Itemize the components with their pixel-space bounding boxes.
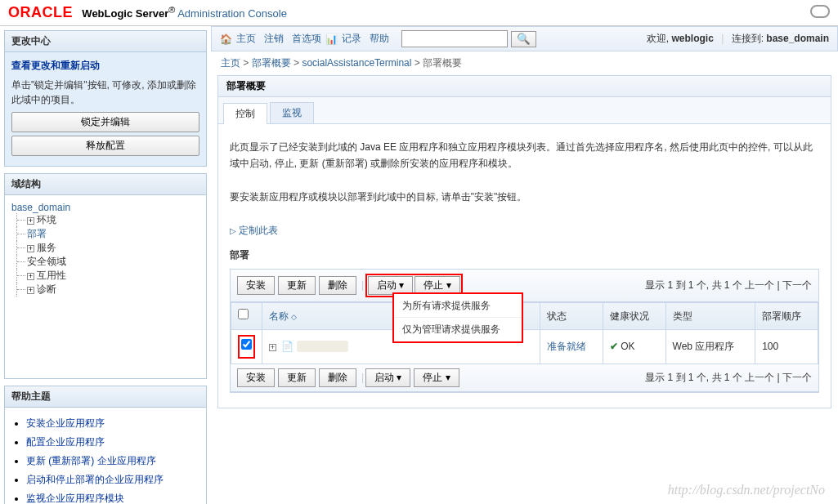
table-controls-top: 安装 更新 删除 | 启动 ▾ 停止 ▾ 为所有请求提供服务 仅为管理请求提供服… <box>231 270 818 302</box>
chevron-down-icon: ▾ <box>446 372 450 383</box>
pager-top: 显示 1 到 1 个, 共 1 个 上一个 | 下一个 <box>645 277 812 293</box>
change-center-portlet: 更改中心 查看更改和重新启动 单击"锁定并编辑"按钮, 可修改, 添加或删除此域… <box>4 30 207 167</box>
row-state-cell: 准备就绪 <box>540 330 603 364</box>
tree-item-interop[interactable]: +互用性 <box>16 269 199 283</box>
home-link[interactable]: 主页 <box>236 32 256 46</box>
row-type-cell: Web 应用程序 <box>665 330 755 364</box>
stop-dropdown-button-bottom[interactable]: 停止 ▾ <box>414 368 459 387</box>
watermark: http://blog.csdn.net/projectNo <box>668 483 825 497</box>
console-subtitle: Administration Console <box>177 7 287 20</box>
tab-monitor[interactable]: 监视 <box>270 102 314 123</box>
oracle-logo: ORACLE <box>8 4 73 20</box>
tree-item-security[interactable]: 安全领域 <box>16 255 199 269</box>
chevron-down-icon: ▾ <box>446 279 451 291</box>
registered-mark: ® <box>168 5 175 15</box>
release-config-button[interactable]: 释放配置 <box>11 136 199 156</box>
help-link-update[interactable]: 更新 (重新部署) 企业应用程序 <box>26 455 156 466</box>
welcome-user: weblogic <box>671 33 713 44</box>
expand-icon[interactable]: + <box>27 217 34 225</box>
lock-edit-button[interactable]: 锁定并编辑 <box>11 112 199 132</box>
customize-table-link[interactable]: 定制此表 <box>230 222 819 239</box>
deployments-table: 名称 ◇ 状态 健康状况 类型 部署顺序 <box>231 302 818 364</box>
health-ok-icon <box>610 341 621 352</box>
record-link[interactable]: 记录 <box>342 32 361 46</box>
delete-button-bottom[interactable]: 删除 <box>319 368 356 387</box>
th-state[interactable]: 状态 <box>540 302 603 329</box>
help-link-config[interactable]: 配置企业应用程序 <box>26 436 105 448</box>
table-row: + 📄 准备就绪 OK Web 应用程序 100 <box>231 330 818 364</box>
help-link-install[interactable]: 安装企业应用程序 <box>26 417 105 429</box>
install-button-bottom[interactable]: 安装 <box>237 368 275 387</box>
th-checkbox <box>231 302 262 329</box>
tree-item-diag[interactable]: +诊断 <box>16 283 199 297</box>
tree-root[interactable]: base_domain <box>11 202 199 213</box>
preferences-link[interactable]: 首选项 <box>292 32 321 46</box>
sort-asc-icon: ◇ <box>291 313 297 321</box>
section-body: 此页显示了已经安装到此域的 Java EE 应用程序和独立应用程序模块列表。通过… <box>218 124 831 408</box>
update-button[interactable]: 更新 <box>278 276 316 295</box>
search-button[interactable]: 🔍 <box>511 31 536 47</box>
breadcrumb: 主页 > 部署概要 > socialAssistanceTerminal > 部… <box>211 51 838 75</box>
tab-control[interactable]: 控制 <box>223 103 267 124</box>
help-link-monitor[interactable]: 监视企业应用程序模块 <box>26 493 124 504</box>
logout-link[interactable]: 注销 <box>264 32 284 46</box>
header-bar: ORACLE WebLogic Server® Administration C… <box>0 0 838 26</box>
tree-children: +环境 部署 +服务 安全领域 +互用性 +诊断 <box>11 213 199 297</box>
change-center-title: 更改中心 <box>5 31 206 52</box>
server-name-bold: WebLogic Server <box>82 7 168 20</box>
row-health-cell: OK <box>603 330 665 364</box>
content-area: 部署概要 控制 监视 此页显示了已经安装到此域的 Java EE 应用程序和独立… <box>217 75 831 408</box>
tree-item-env[interactable]: +环境 <box>16 213 199 227</box>
connected-prefix: 连接到: <box>732 33 767 44</box>
view-changes-link[interactable]: 查看更改和重新启动 <box>11 60 100 71</box>
dropdown-admin-only[interactable]: 仅为管理请求提供服务 <box>394 318 522 341</box>
delete-button[interactable]: 删除 <box>319 276 356 295</box>
domain-structure-body: base_domain +环境 部署 +服务 安全领域 +互用性 +诊断 <box>5 195 206 378</box>
search-input[interactable] <box>401 30 508 47</box>
home-icon: 🏠 <box>220 33 232 45</box>
tree-item-services[interactable]: +服务 <box>16 241 199 255</box>
breadcrumb-item-1[interactable]: 部署概要 <box>252 57 291 69</box>
health-text: OK <box>621 341 634 352</box>
tree-item-deploy[interactable]: 部署 <box>16 227 199 241</box>
th-order[interactable]: 部署顺序 <box>755 302 818 329</box>
expand-icon[interactable]: + <box>27 273 34 280</box>
tab-strip: 控制 监视 <box>218 97 831 124</box>
deploy-label: 部署 <box>230 247 819 263</box>
th-type[interactable]: 类型 <box>665 302 755 329</box>
desc-para-1: 此页显示了已经安装到此域的 Java EE 应用程序和独立应用程序模块列表。通过… <box>230 139 819 172</box>
domain-structure-portlet: 域结构 base_domain +环境 部署 +服务 安全领域 +互用性 +诊断 <box>4 173 207 379</box>
checkbox-highlight <box>238 335 255 358</box>
select-all-checkbox[interactable] <box>238 309 249 319</box>
header-right <box>810 5 830 20</box>
breadcrumb-item-3: 部署概要 <box>423 57 462 69</box>
update-button-bottom[interactable]: 更新 <box>278 368 316 387</box>
expand-icon[interactable]: + <box>27 287 34 294</box>
change-center-body: 查看更改和重新启动 单击"锁定并编辑"按钮, 可修改, 添加或删除此域中的项目。… <box>5 52 206 166</box>
right-panel: 🏠 主页 注销 首选项 📊 记录 帮助 🔍 欢迎, weblogic | 连接到… <box>211 26 838 504</box>
welcome-prefix: 欢迎, <box>647 33 672 44</box>
row-checkbox-cell <box>231 330 262 364</box>
help-list: 安装企业应用程序 配置企业应用程序 更新 (重新部署) 企业应用程序 启动和停止… <box>11 414 199 504</box>
chevron-down-icon: ▾ <box>397 372 401 383</box>
dropdown-all-requests[interactable]: 为所有请求提供服务 <box>394 294 522 318</box>
install-button[interactable]: 安装 <box>237 276 275 295</box>
desc-para-2: 要安装新应用程序或模块以部署到此域中的目标, 请单击"安装"按钮。 <box>230 189 819 205</box>
breadcrumb-item-2[interactable]: socialAssistanceTerminal <box>302 57 411 69</box>
domain-structure-title: 域结构 <box>5 174 206 195</box>
th-health[interactable]: 健康状况 <box>603 302 665 329</box>
expand-icon[interactable]: + <box>269 344 276 351</box>
state-link[interactable]: 准备就绪 <box>547 341 586 352</box>
help-link[interactable]: 帮助 <box>370 32 389 46</box>
left-panel: 更改中心 查看更改和重新启动 单击"锁定并编辑"按钮, 可修改, 添加或删除此域… <box>0 26 211 504</box>
start-dropdown-button-bottom[interactable]: 启动 ▾ <box>365 368 410 387</box>
help-link-startstop[interactable]: 启动和停止部署的企业应用程序 <box>26 474 164 485</box>
breadcrumb-item-0[interactable]: 主页 <box>221 57 240 69</box>
expand-icon[interactable]: + <box>27 245 34 252</box>
start-dropdown-menu: 为所有请求提供服务 仅为管理请求提供服务 <box>392 292 523 343</box>
connected-domain: base_domain <box>766 33 829 44</box>
table-controls-bottom: 安装 更新 删除 | 启动 ▾ 停止 ▾ 显示 1 到 1 个, 共 1 个 上… <box>231 364 818 392</box>
server-label: WebLogic Server® Administration Console <box>82 7 287 20</box>
main-layout: 更改中心 查看更改和重新启动 单击"锁定并编辑"按钮, 可修改, 添加或删除此域… <box>0 26 838 504</box>
row-checkbox[interactable] <box>241 339 252 350</box>
